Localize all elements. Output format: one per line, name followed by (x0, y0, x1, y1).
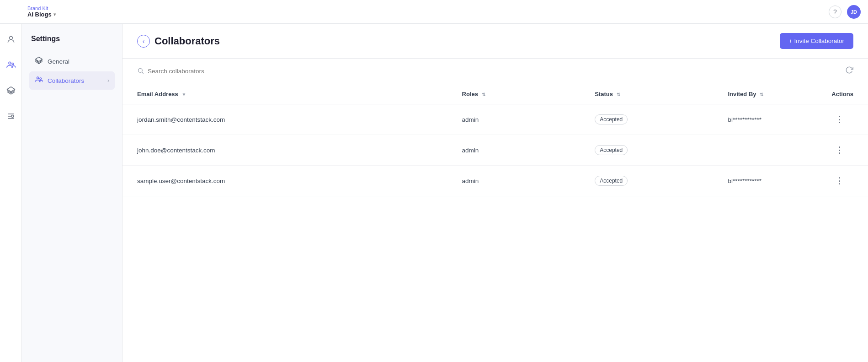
row-actions-button-1[interactable]: ⋮ (831, 143, 847, 157)
cell-actions-0: ⋮ (817, 104, 868, 135)
cell-email-2: sample.user@contentstack.com (122, 166, 447, 196)
table-row: john.doe@contentstack.com admin Accepted… (122, 135, 868, 166)
email-sort-icon: ▼ (181, 92, 186, 97)
row-actions-button-2[interactable]: ⋮ (831, 174, 847, 188)
cell-role-1: admin (447, 135, 580, 166)
invite-collaborator-button[interactable]: + Invite Collaborator (780, 33, 853, 49)
status-sort-icon: ⇅ (617, 92, 620, 97)
brand-chevron-icon: ▾ (53, 12, 56, 17)
sidebar-item-collaborators[interactable]: Collaborators › (29, 71, 115, 90)
cell-status-2: Accepted (580, 166, 713, 196)
search-icon (137, 67, 144, 76)
settings-sidebar: Settings General Collaborators › (22, 24, 122, 362)
page-header: ‹ Collaborators + Invite Collaborator (122, 24, 868, 59)
cell-email-1: john.doe@contentstack.com (122, 135, 447, 166)
refresh-button[interactable] (845, 66, 853, 76)
cell-invited-by-1 (713, 135, 817, 166)
col-header-actions: Actions (817, 84, 868, 104)
col-header-email[interactable]: Email Address ▼ (122, 84, 447, 104)
cell-actions-1: ⋮ (817, 135, 868, 166)
nav-settings-icon[interactable] (3, 108, 19, 124)
cell-role-2: admin (447, 166, 580, 196)
cell-email-0: jordan.smith@contentstack.com (122, 104, 447, 135)
status-badge-0: Accepted (595, 114, 628, 124)
general-icon (35, 56, 43, 66)
cell-invited-by-2: bl************ (713, 166, 817, 196)
svg-point-11 (138, 68, 143, 72)
roles-sort-icon: ⇅ (482, 92, 485, 97)
cell-role-0: admin (447, 104, 580, 135)
cell-invited-by-0: bl************ (713, 104, 817, 135)
svg-point-10 (40, 78, 42, 80)
nav-team-icon[interactable] (3, 57, 19, 73)
nav-layers-icon[interactable] (3, 82, 19, 99)
sidebar-item-general[interactable]: General (29, 52, 115, 70)
avatar[interactable]: JD (847, 5, 861, 19)
general-label: General (48, 58, 109, 65)
collaborators-icon (35, 76, 43, 86)
page-title-area: ‹ Collaborators (137, 35, 220, 48)
back-button[interactable]: ‹ (137, 35, 150, 48)
collaborators-label: Collaborators (48, 77, 103, 84)
cell-status-1: Accepted (580, 135, 713, 166)
collaborators-chevron-icon: › (107, 77, 109, 84)
cell-status-0: Accepted (580, 104, 713, 135)
brand-name[interactable]: AI Blogs ▾ (27, 11, 56, 18)
svg-point-1 (9, 62, 11, 64)
brand-kit-label: Brand Kit (27, 5, 56, 11)
col-header-roles[interactable]: Roles ⇅ (447, 84, 580, 104)
nav-users-icon[interactable] (3, 31, 19, 48)
icon-sidebar (0, 24, 22, 362)
col-header-status[interactable]: Status ⇅ (580, 84, 713, 104)
main-content: ‹ Collaborators + Invite Collaborator (122, 24, 868, 362)
table-row: jordan.smith@contentstack.com admin Acce… (122, 104, 868, 135)
svg-point-0 (9, 36, 12, 39)
brand-area: Brand Kit AI Blogs ▾ (27, 5, 56, 18)
invited-sort-icon: ⇅ (760, 92, 763, 97)
svg-point-2 (12, 63, 14, 65)
search-input[interactable] (148, 68, 276, 75)
header-right: ? JD (829, 5, 861, 19)
status-badge-2: Accepted (595, 176, 628, 186)
page-title: Collaborators (154, 35, 220, 47)
svg-point-9 (37, 77, 39, 79)
col-header-invited-by[interactable]: Invited By ⇅ (713, 84, 817, 104)
svg-line-12 (142, 72, 143, 73)
top-header: Brand Kit AI Blogs ▾ ? JD (0, 0, 868, 24)
search-area (122, 59, 868, 84)
cell-actions-2: ⋮ (817, 166, 868, 196)
row-actions-button-0[interactable]: ⋮ (831, 113, 847, 126)
collaborators-table: Email Address ▼ Roles ⇅ Status ⇅ Invit (122, 84, 868, 196)
search-wrapper (137, 67, 276, 76)
table-container: Email Address ▼ Roles ⇅ Status ⇅ Invit (122, 84, 868, 362)
main-layout: Settings General Collaborators › (0, 24, 868, 362)
svg-point-7 (11, 115, 13, 118)
settings-sidebar-title: Settings (29, 35, 115, 43)
help-icon[interactable]: ? (829, 5, 841, 18)
table-row: sample.user@contentstack.com admin Accep… (122, 166, 868, 196)
status-badge-1: Accepted (595, 145, 628, 155)
